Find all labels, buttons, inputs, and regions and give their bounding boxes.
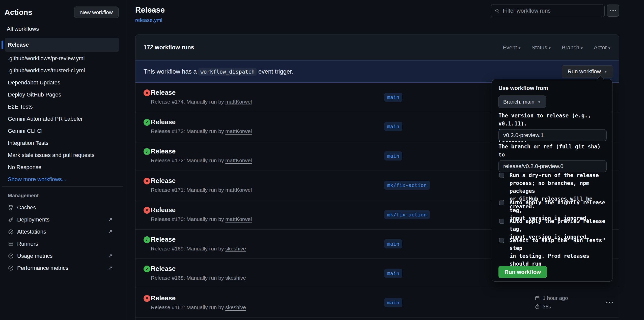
failure-icon: ✕ [144, 295, 150, 302]
search-icon [495, 8, 500, 14]
new-workflow-button[interactable]: New workflow [74, 7, 119, 18]
checkbox[interactable] [499, 200, 504, 205]
search-input[interactable] [503, 8, 601, 14]
success-icon: ✓ [144, 119, 150, 126]
filter-actor[interactable]: Actor▾ [594, 44, 610, 51]
run-description: Release #168: Manually run by skeshive [151, 275, 246, 281]
actor-link[interactable]: skeshive [225, 246, 246, 251]
ref-input[interactable] [498, 160, 607, 172]
success-icon: ✓ [144, 266, 150, 272]
branch-pill[interactable]: main [384, 298, 402, 307]
sidebar-item-dependabot-updates[interactable]: Dependabot Updates [0, 77, 125, 89]
run-title-link[interactable]: Release [151, 236, 176, 243]
branch-pill[interactable]: main [384, 93, 402, 102]
branch-pill[interactable]: main [384, 151, 402, 161]
checkbox[interactable] [499, 173, 504, 178]
checkbox[interactable] [499, 219, 504, 224]
workflow-options-button[interactable] [607, 5, 619, 17]
filter-event[interactable]: Event▾ [503, 44, 520, 51]
sidebar-title: Actions [5, 8, 32, 17]
actor-link[interactable]: mattKorwel [225, 187, 252, 193]
management-list: CachesDeployments↗Attestations↗RunnersUs… [0, 202, 125, 274]
workflow-file-link[interactable]: release.yml [135, 17, 162, 23]
sidebar-item-e2e-tests[interactable]: E2E Tests [0, 101, 125, 113]
filter-status[interactable]: Status▾ [531, 44, 551, 51]
workflow-run-row: ✕ReleaseRelease #167: Manually run by sk… [135, 288, 619, 318]
run-title-link[interactable]: Release [151, 294, 176, 302]
success-icon: ✓ [144, 148, 150, 155]
sidebar-divider [2, 36, 123, 36]
actor-link[interactable]: mattKorwel [225, 157, 252, 163]
sidebar-item-release[interactable]: Release [5, 38, 119, 52]
run-filters: Event▾Status▾Branch▾Actor▾ [503, 44, 610, 51]
run-title-link[interactable]: Release [151, 265, 176, 273]
failure-icon: ✕ [144, 207, 150, 214]
branch-pill[interactable]: mk/fix-action [384, 210, 430, 219]
actor-link[interactable]: mattKorwel [225, 216, 252, 222]
actor-link[interactable]: mattKorwel [225, 128, 252, 134]
chevron-down-icon: ▾ [549, 46, 551, 50]
run-title-link[interactable]: Release [151, 206, 176, 214]
sidebar-item-gemini-automated-pr-labeler[interactable]: Gemini Automated PR Labeler [0, 113, 125, 125]
run-title-link[interactable]: Release [151, 147, 176, 155]
actor-link[interactable]: skeshive [225, 304, 246, 310]
actor-link[interactable]: mattKorwel [225, 99, 252, 105]
sidebar-item-show-more-workflows-[interactable]: Show more workflows... [0, 173, 125, 185]
sidebar-item-caches[interactable]: Caches [0, 202, 125, 214]
branch-pill[interactable]: main [384, 269, 402, 278]
sidebar: Actions New workflow All workflows Relea… [0, 0, 125, 320]
chevron-down-icon: ▾ [518, 46, 520, 50]
run-description: Release #171: Manually run by mattKorwel [151, 187, 252, 193]
workflow-dispatch-code: workflow_dispatch [198, 68, 257, 76]
sidebar-item-deploy-github-pages[interactable]: Deploy GitHub Pages [0, 89, 125, 101]
sidebar-item--github-workflows-pr-review-yml[interactable]: .github/workflows/pr-review.yml [0, 52, 125, 65]
sidebar-item-attestations[interactable]: Attestations↗ [0, 226, 125, 238]
external-link-icon: ↗ [108, 229, 113, 235]
checkbox[interactable] [499, 238, 504, 243]
run-workflow-submit-button[interactable]: Run workflow [498, 266, 547, 278]
branch-select-button[interactable]: Branch: main ▼ [498, 95, 546, 108]
run-title-link[interactable]: Release [151, 89, 176, 97]
sidebar-item-deployments[interactable]: Deployments↗ [0, 214, 125, 226]
sidebar-item-usage-metrics[interactable]: Usage metrics↗ [0, 250, 125, 262]
sidebar-item-gemini-cli-ci[interactable]: Gemini CLI CI [0, 125, 125, 137]
meter-icon [8, 253, 14, 259]
sidebar-item-integration-tests[interactable]: Integration Tests [0, 137, 125, 149]
branch-pill[interactable]: mk/fix-action [384, 181, 430, 190]
run-description: Release #173: Manually run by mattKorwel [151, 128, 252, 134]
run-duration: 35s [543, 304, 551, 310]
banner-text: This workflow has a workflow_dispatch ev… [144, 68, 293, 75]
chevron-down-icon: ▾ [581, 46, 583, 50]
management-title: Management [8, 193, 39, 199]
filter-runs-search[interactable] [491, 5, 605, 17]
version-input[interactable] [498, 129, 607, 141]
meter-icon [8, 265, 14, 271]
sidebar-item-performance-metrics[interactable]: Performance metrics↗ [0, 262, 125, 274]
sidebar-item-all-workflows[interactable]: All workflows [0, 18, 125, 32]
run-meta: 1 hour ago35s [535, 294, 568, 311]
success-icon: ✓ [144, 236, 150, 243]
chevron-down-icon: ▾ [608, 46, 610, 50]
sidebar-item-mark-stale-issues-and-pull-requests[interactable]: Mark stale issues and pull requests [0, 149, 125, 161]
page-title: Release [135, 6, 165, 15]
branch-pill[interactable]: main [384, 122, 402, 131]
runs-count: 172 workflow runs [144, 44, 194, 51]
actor-link[interactable]: skeshive [225, 275, 246, 281]
run-workflow-dropdown-button[interactable]: Run workflow ▼ [562, 65, 613, 78]
sidebar-item--github-workflows-trusted-ci-yml[interactable]: .github/workflows/trusted-ci.yml [0, 65, 125, 77]
run-title-link[interactable]: Release [151, 118, 176, 126]
cache-icon [8, 205, 14, 211]
run-options-button[interactable] [604, 300, 615, 305]
branch-pill[interactable]: main [384, 239, 402, 248]
panel-title: Use workflow from [498, 85, 548, 91]
sidebar-item-runners[interactable]: Runners [0, 238, 125, 250]
verified-icon [8, 229, 14, 235]
failure-icon: ✕ [144, 178, 150, 184]
run-title-link[interactable]: Release [151, 177, 176, 185]
chevron-down-icon: ▼ [538, 100, 541, 104]
sidebar-item-no-response[interactable]: No Response [0, 161, 125, 173]
stopwatch-icon [535, 304, 540, 309]
run-workflow-panel: Use workflow from Branch: main ▼ The ver… [492, 79, 612, 282]
server-icon [8, 241, 14, 247]
filter-branch[interactable]: Branch▾ [562, 44, 583, 51]
